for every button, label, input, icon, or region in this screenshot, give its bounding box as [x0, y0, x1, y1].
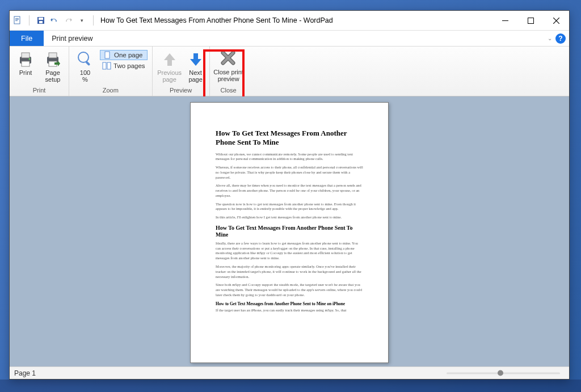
tab-row: File Print preview ⌄ ? [10, 31, 569, 47]
status-page: Page 1 [14, 369, 36, 377]
app-icon [13, 16, 22, 25]
page-setup-label-1: Page [45, 69, 60, 76]
doc-p: In this article, I'll enlighten how I ge… [216, 215, 363, 220]
one-page-icon [103, 51, 112, 59]
collapse-ribbon-icon[interactable]: ⌄ [548, 35, 552, 41]
prev-l2: page [162, 76, 176, 83]
window-title: How To Get Text Messages From Another Ph… [100, 16, 333, 24]
svg-point-16 [78, 52, 89, 62]
svg-rect-7 [502, 20, 508, 21]
doc-p: The question now is how to get text mess… [216, 202, 363, 212]
next-page-button[interactable]: Next page [184, 49, 207, 84]
zoom-100-button[interactable]: 100 % [74, 49, 96, 84]
previous-page-button: Previous page [155, 49, 184, 84]
svg-rect-10 [22, 53, 30, 58]
doc-p: Whereas, if someone receives access to t… [216, 165, 363, 180]
two-pages-button[interactable]: Two pages [100, 61, 148, 70]
group-print-label: Print [33, 87, 46, 95]
preview-area[interactable]: How To Get Text Messages From Another Ph… [10, 96, 569, 366]
one-page-button[interactable]: One page [100, 50, 148, 60]
close-x-icon [220, 49, 238, 68]
group-print: Print Page setup Print [10, 47, 69, 96]
svg-rect-2 [15, 19, 19, 20]
page-setup-button[interactable]: Page setup [39, 49, 66, 84]
svg-rect-19 [103, 62, 106, 69]
doc-p: Above all, there may be times when you n… [216, 183, 363, 198]
preview-page: How To Get Text Messages From Another Ph… [190, 102, 389, 363]
svg-rect-14 [49, 53, 57, 58]
maximize-button[interactable] [518, 11, 544, 30]
save-icon[interactable] [36, 16, 45, 25]
doc-p: Without our phones, we cannot communicat… [216, 152, 363, 162]
help-icon[interactable]: ? [555, 33, 566, 44]
svg-rect-8 [528, 18, 534, 23]
doc-heading-2: How To Get Text Messages From Another Ph… [216, 225, 363, 239]
prev-l1: Previous [157, 69, 182, 76]
svg-rect-18 [105, 52, 110, 58]
svg-rect-1 [15, 18, 19, 19]
group-zoom-label: Zoom [103, 87, 119, 95]
doc-heading-3: How to Get Text Messages from Another Ph… [216, 301, 363, 306]
doc-p: Moreover, the majority of phone monitori… [216, 264, 363, 279]
two-pages-label: Two pages [113, 62, 145, 69]
magnifier-icon [76, 50, 94, 68]
app-window: ▾ How To Get Text Messages From Another … [9, 10, 570, 380]
ribbon: Print Page setup Print 100 [10, 47, 569, 96]
two-pages-icon [102, 62, 111, 70]
one-page-label: One page [114, 52, 143, 58]
tab-print-preview[interactable]: Print preview [44, 31, 100, 46]
svg-rect-3 [15, 20, 18, 21]
doc-heading-1: How To Get Text Messages From Another Ph… [216, 129, 363, 147]
svg-rect-0 [14, 16, 20, 24]
svg-rect-5 [39, 18, 43, 20]
page-setup-label-2: setup [45, 76, 61, 83]
zoom-100-l2: % [82, 76, 88, 83]
arrow-down-icon [187, 50, 205, 68]
undo-icon[interactable] [50, 16, 59, 25]
minimize-button[interactable] [492, 11, 518, 30]
group-close-label: Close [221, 87, 237, 95]
zoom-100-l1: 100 [80, 69, 90, 76]
status-bar: Page 1 [10, 366, 569, 379]
close-l2: preview [218, 75, 239, 82]
svg-rect-20 [107, 62, 111, 69]
doc-p: If the target user has an iPhone, you ca… [216, 308, 363, 313]
next-l1: Next [189, 69, 202, 76]
page-setup-icon [44, 50, 62, 68]
redo-icon[interactable] [64, 16, 73, 25]
doc-p: Since both mSpy and Cocospy support the … [216, 283, 363, 297]
close-print-preview-button[interactable]: Close print preview [211, 49, 246, 83]
arrow-up-icon [161, 50, 179, 68]
close-button[interactable] [544, 11, 569, 30]
next-l2: page [188, 76, 202, 83]
group-close: Close print preview Close [210, 47, 247, 96]
close-l1: Close print [213, 69, 243, 75]
quick-access-toolbar: ▾ [13, 15, 96, 26]
doc-p: Ideally, there are a few ways to learn h… [216, 241, 363, 261]
titlebar: ▾ How To Get Text Messages From Another … [10, 11, 569, 31]
print-label: Print [19, 69, 32, 76]
svg-point-12 [29, 58, 31, 60]
svg-rect-6 [39, 21, 43, 23]
print-button[interactable]: Print [12, 49, 39, 77]
tab-file[interactable]: File [10, 31, 44, 46]
group-preview: Previous page Next page Preview [153, 47, 210, 96]
group-zoom: 100 % One page Two pages Zoom [69, 47, 153, 96]
group-preview-label: Preview [170, 87, 192, 95]
svg-rect-11 [22, 61, 30, 66]
qat-dropdown-icon[interactable]: ▾ [77, 16, 86, 25]
zoom-slider[interactable] [447, 372, 560, 374]
printer-icon [16, 50, 35, 68]
